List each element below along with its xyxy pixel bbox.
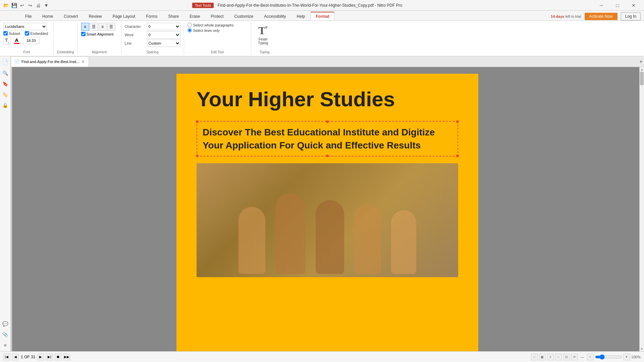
- tab-format[interactable]: Format: [311, 12, 334, 20]
- scroll-thumb[interactable]: [640, 72, 644, 85]
- selection-handle-bm: [326, 155, 329, 157]
- tab-share[interactable]: Share: [163, 12, 184, 20]
- word-spacing-select[interactable]: 0: [147, 31, 180, 39]
- quick-access-toolbar: 📂 💾 ↩ ↪ 🖨 ▼: [3, 0, 50, 11]
- tab-erase[interactable]: Erase: [184, 12, 205, 20]
- sidebar-icon-comments[interactable]: 💬: [2, 320, 9, 327]
- tab-accessibility[interactable]: Accessibility: [259, 12, 291, 20]
- character-spacing-select[interactable]: 0: [147, 23, 180, 30]
- left-sidebar: 📄 🔍 🔖 🏷️ 🔒 💬 📎 ≡: [0, 56, 11, 351]
- tab-review[interactable]: Review: [84, 12, 107, 20]
- zoom-in-button[interactable]: +: [623, 354, 630, 360]
- scroll-indicator-left: [11, 67, 12, 351]
- sidebar-icon-security[interactable]: 🔒: [2, 102, 9, 109]
- maximize-button[interactable]: □: [610, 0, 625, 11]
- view-two-page[interactable]: ▦: [539, 354, 546, 360]
- character-spacing-label: Character: [125, 24, 145, 28]
- activate-now-button[interactable]: Activate Now: [585, 13, 618, 20]
- tab-convert[interactable]: Convert: [59, 12, 83, 20]
- sidebar-icon-attach[interactable]: 📎: [2, 331, 9, 338]
- tab-protect[interactable]: Protect: [206, 12, 229, 20]
- tab-page-layout[interactable]: Page Layout: [108, 12, 140, 20]
- edit-tool-section-label: Edit Tool: [187, 50, 248, 54]
- select-whole-paragraphs-radio[interactable]: [187, 23, 192, 27]
- font-section-label: Font: [3, 50, 50, 54]
- spacing-section-label: Spacing: [125, 50, 180, 54]
- align-left-button[interactable]: ≡: [81, 23, 89, 31]
- qa-open-icon[interactable]: 📂: [3, 2, 9, 9]
- subset-checkbox-label[interactable]: Subset: [3, 31, 20, 36]
- view-fit-width[interactable]: ↔: [555, 354, 562, 360]
- minimize-button[interactable]: ─: [594, 0, 609, 11]
- embedded-checkbox-label[interactable]: Embedded: [25, 31, 48, 36]
- qa-dropdown-icon[interactable]: ▼: [43, 2, 50, 9]
- view-single-page[interactable]: □: [531, 354, 538, 360]
- sidebar-icon-pages[interactable]: 📄: [2, 59, 9, 66]
- scroll-down-button[interactable]: ▼: [640, 347, 644, 351]
- tab-forms[interactable]: Forms: [141, 12, 162, 20]
- qa-undo-icon[interactable]: ↩: [19, 2, 25, 9]
- font-size-input[interactable]: [23, 37, 40, 44]
- smart-alignment-label[interactable]: Smart Alignment: [81, 32, 114, 36]
- align-right-button[interactable]: ≡: [99, 23, 107, 31]
- doc-tab-close-button[interactable]: ✕: [81, 59, 85, 64]
- align-justify-button[interactable]: ☰: [107, 23, 115, 31]
- qa-save-icon[interactable]: 💾: [11, 2, 17, 9]
- select-lines-only-radio[interactable]: [187, 28, 192, 33]
- view-fit-page[interactable]: ⊡: [563, 354, 570, 360]
- ribbon-section-edit-tool: Select whole paragraphs Select lines onl…: [184, 22, 251, 55]
- font-type-btn[interactable]: Tr: [3, 37, 11, 45]
- nav-first-button[interactable]: |◀: [3, 354, 10, 360]
- scroll-track[interactable]: [640, 72, 644, 347]
- sidebar-icon-layers[interactable]: ≡: [2, 342, 9, 349]
- alignment-controls: ≡ ☰ ≡ ☰ Smart Alignment: [81, 23, 115, 50]
- ribbon-section-alignment: ≡ ☰ ≡ ☰ Smart Alignment Alignment: [78, 22, 121, 55]
- trial-text: 14 days left in trial: [551, 14, 581, 18]
- ribbon-section-font: LucidaSans Subset Embedded Tr A: [0, 22, 54, 55]
- scroll-up-button[interactable]: ▲: [640, 67, 644, 72]
- tab-help[interactable]: Help: [292, 12, 310, 20]
- font-color-indicator: [14, 43, 19, 44]
- embedded-checkbox[interactable]: [25, 31, 29, 36]
- view-reflow[interactable]: ⟳: [571, 354, 578, 360]
- smart-alignment-checkbox[interactable]: [81, 32, 86, 36]
- view-scroll[interactable]: ≡: [547, 354, 554, 360]
- login-button[interactable]: Log In: [621, 12, 641, 20]
- font-color-button[interactable]: A: [13, 37, 21, 45]
- nav-forward-button[interactable]: ▶▶: [63, 354, 70, 360]
- doc-tab-active[interactable]: 📄 Find-and-Apply-For-the-Best-Insti... ✕: [11, 56, 89, 67]
- nav-play-button[interactable]: ▶: [37, 354, 44, 360]
- zoom-slider[interactable]: [595, 354, 622, 360]
- tab-customize[interactable]: Customize: [229, 12, 259, 20]
- font-controls: LucidaSans Subset Embedded Tr A: [3, 23, 48, 50]
- subset-checkbox[interactable]: [3, 31, 8, 36]
- tab-file[interactable]: File: [20, 12, 37, 20]
- select-whole-paragraphs-label[interactable]: Select whole paragraphs: [187, 23, 234, 27]
- doc-area: 📄 Find-and-Apply-For-the-Best-Insti... ✕…: [11, 56, 644, 351]
- sidebar-icon-search[interactable]: 🔍: [2, 70, 9, 76]
- nav-prev-button[interactable]: ◀: [12, 354, 19, 360]
- selection-handle-br: [456, 155, 459, 157]
- select-lines-only-label[interactable]: Select lines only: [187, 28, 220, 33]
- font-family-select[interactable]: LucidaSans: [3, 23, 47, 30]
- word-spacing-label: Word: [125, 33, 145, 37]
- tab-home[interactable]: Home: [37, 12, 58, 20]
- align-center-button[interactable]: ☰: [90, 23, 98, 31]
- pdf-main-title: Your Higher Studies: [176, 74, 478, 118]
- finish-typing-icon: Tv: [258, 24, 268, 37]
- nav-next-button[interactable]: ▶|: [46, 354, 53, 360]
- qa-print-icon[interactable]: 🖨: [35, 2, 42, 9]
- line-spacing-select[interactable]: Custom: [147, 40, 180, 47]
- finish-typing-button[interactable]: Tv FinishTyping: [255, 23, 272, 47]
- pdf-viewer: Your Higher Studies Discover The Best Ed…: [11, 67, 644, 351]
- nav-last-button[interactable]: ⏹: [55, 354, 61, 360]
- ribbon-tab-bar: File Home Convert Review Page Layout For…: [0, 11, 644, 21]
- pdf-selected-text-box[interactable]: Discover The Best Educational Institute …: [197, 121, 458, 157]
- sidebar-icon-bookmarks[interactable]: 🔖: [2, 80, 9, 87]
- zoom-out-button[interactable]: −: [587, 354, 594, 360]
- qa-redo-icon[interactable]: ↪: [27, 2, 34, 9]
- doc-tab-title: Find-and-Apply-For-the-Best-Insti...: [21, 60, 79, 64]
- sidebar-icon-tags[interactable]: 🏷️: [2, 91, 9, 98]
- doc-tabs-dropdown[interactable]: ▾: [638, 59, 644, 64]
- close-button[interactable]: ✕: [626, 0, 641, 11]
